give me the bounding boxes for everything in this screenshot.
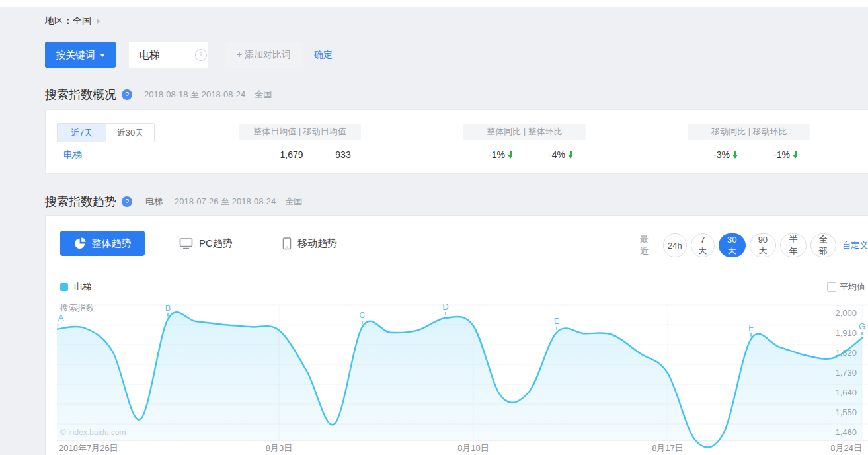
chevron-right-icon <box>97 19 100 24</box>
y-axis-title: 搜索指数 <box>59 303 95 313</box>
annotation-label: F <box>748 323 754 333</box>
x-axis-tick-label: 8月24日 <box>830 443 862 453</box>
region-label: 地区：全国 <box>45 15 91 27</box>
overview-date-range: 2018-08-18 至 2018-08-24 <box>144 89 245 101</box>
trend-chart[interactable]: 2,0001,9101,8201,7301,6401,5501,460ABCDE… <box>57 302 868 455</box>
down-arrow-icon <box>508 151 514 159</box>
down-arrow-icon <box>568 151 574 159</box>
y-axis-tick-label: 1,910 <box>835 328 857 338</box>
legend-swatch <box>60 283 68 291</box>
range-label: 最近 <box>640 233 656 257</box>
range-option-24h[interactable]: 24h <box>663 233 687 257</box>
annotation-label: D <box>442 302 448 311</box>
add-compare-word-button[interactable]: + 添加对比词 <box>225 42 303 68</box>
range-option-90天[interactable]: 90天 <box>750 233 777 257</box>
column-header-daily-avg: 整体日均值 | 移动日均值 <box>239 124 361 140</box>
range-option-30天[interactable]: 30天 <box>719 233 746 257</box>
confirm-button[interactable]: 确定 <box>314 42 333 68</box>
x-axis-tick-label: 8月3日 <box>266 443 292 453</box>
tab-mobile-trend[interactable]: 移动趋势 <box>278 231 341 256</box>
help-icon[interactable] <box>122 196 132 207</box>
watermark: © index.baidu.com <box>60 428 126 437</box>
annotation-label: A <box>58 313 64 323</box>
tab-last-7-days[interactable]: 近7天 <box>58 124 106 142</box>
chart-legend[interactable]: 电梯 <box>60 281 91 293</box>
range-option-半年[interactable]: 半年 <box>780 233 806 257</box>
legend-label: 电梯 <box>74 281 91 293</box>
y-axis-tick-label: 2,000 <box>835 308 857 318</box>
overview-title: 搜索指数概况 <box>45 87 116 103</box>
chevron-down-icon <box>100 54 105 57</box>
annotation-label: G <box>859 321 865 331</box>
x-axis-tick-label: 8月10日 <box>457 443 489 453</box>
range-option-7天[interactable]: 7天 <box>691 233 715 257</box>
tab-last-30-days[interactable]: 近30天 <box>106 124 154 142</box>
trend-keyword: 电梯 <box>145 196 163 208</box>
trend-panel: 整体趋势 PC趋势 移动趋势 最近 24h7天30天90天半年全部 自定义 电梯… <box>45 215 868 455</box>
overview-header: 搜索指数概况 2018-08-18 至 2018-08-24 全国 <box>45 87 272 103</box>
time-range-selector: 最近 24h7天30天90天半年全部 自定义 <box>640 233 868 257</box>
mobile-yoy-value: -3% <box>693 149 759 160</box>
desktop-icon <box>179 237 193 250</box>
trend-date-range: 2018-07-26 至 2018-08-24 <box>175 196 276 208</box>
annotation-label: E <box>554 316 560 326</box>
keyword-input-box[interactable]: + <box>129 42 208 68</box>
tab-overall-trend[interactable]: 整体趋势 <box>60 231 145 256</box>
overview-region: 全国 <box>255 89 272 101</box>
top-strip <box>0 0 868 7</box>
pie-chart-icon <box>74 237 86 249</box>
annotation-label: B <box>165 303 171 313</box>
down-arrow-icon <box>732 151 738 159</box>
overall-yoy-value: -1% <box>468 149 534 160</box>
keyword-type-label: 按关键词 <box>56 49 95 62</box>
trend-region: 全国 <box>285 196 302 208</box>
x-axis-tick-label: 8月17日 <box>652 443 684 453</box>
mobile-daily-avg-value: 933 <box>310 149 376 160</box>
overview-card: 近7天 近30天 整体日均值 | 移动日均值 整体同比 | 整体环比 移动同比 … <box>45 109 868 174</box>
average-label: 平均值 <box>840 281 865 293</box>
x-axis-tick-label: 2018年7月26日 <box>59 443 118 453</box>
trend-header: 搜索指数趋势 电梯 2018-07-26 至 2018-08-24 全国 <box>45 194 302 210</box>
keyword-type-dropdown[interactable]: 按关键词 <box>45 42 116 68</box>
annotation-label: C <box>359 310 365 320</box>
column-header-overall-compare: 整体同比 | 整体环比 <box>463 124 586 140</box>
custom-range-link[interactable]: 自定义 <box>842 239 868 251</box>
down-arrow-icon <box>793 151 799 159</box>
keyword-input[interactable] <box>138 49 194 62</box>
trend-title: 搜索指数趋势 <box>45 194 116 210</box>
help-icon[interactable] <box>122 89 132 100</box>
tab-pc-trend[interactable]: PC趋势 <box>175 231 237 256</box>
average-checkbox[interactable] <box>827 282 836 292</box>
overview-row-keyword[interactable]: 电梯 <box>63 149 82 161</box>
overview-period-tabs: 近7天 近30天 <box>57 123 155 142</box>
range-option-全部[interactable]: 全部 <box>810 233 836 257</box>
trend-chart-svg: 2,0001,9101,8201,7301,6401,5501,460ABCDE… <box>57 302 868 455</box>
mobile-mom-value: -1% <box>753 149 819 160</box>
series-area <box>57 312 862 447</box>
divider <box>60 269 868 269</box>
region-selector[interactable]: 地区：全国 <box>45 15 100 28</box>
average-toggle[interactable]: 平均值 <box>827 281 865 293</box>
add-circle-icon[interactable]: + <box>195 49 207 61</box>
column-header-mobile-compare: 移动同比 | 移动环比 <box>688 124 810 140</box>
mobile-icon <box>282 237 292 250</box>
overall-mom-value: -4% <box>528 149 594 160</box>
